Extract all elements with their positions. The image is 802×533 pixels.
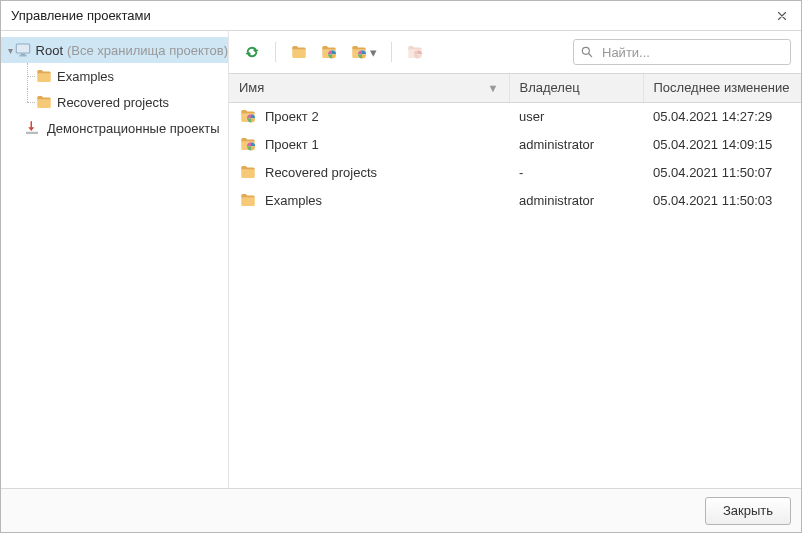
row-owner: administrator [509, 186, 643, 214]
tree-root-hint: (Все хранилища проектов) [67, 43, 228, 58]
toolbar: ▾ [229, 31, 801, 73]
project-icon [239, 107, 257, 125]
tree-child-examples[interactable]: Examples [1, 63, 228, 89]
sort-desc-icon: ▼ [488, 82, 499, 94]
new-folder-button[interactable] [286, 40, 312, 64]
project-faded-icon [406, 43, 424, 61]
folder-icon [35, 67, 53, 85]
tree-child-recovered[interactable]: Recovered projects [1, 89, 228, 115]
folder-icon [290, 43, 308, 61]
table-row[interactable]: Examplesadministrator05.04.2021 11:50:03 [229, 186, 801, 214]
row-modified: 05.04.2021 11:50:03 [643, 186, 801, 214]
folder-icon [35, 93, 53, 111]
folder-icon [239, 191, 257, 209]
project-icon [320, 43, 338, 61]
window-close-button[interactable] [773, 7, 791, 25]
chevron-down-icon: ▾ [370, 45, 377, 60]
row-owner: user [509, 102, 643, 130]
refresh-button[interactable] [239, 40, 265, 64]
close-button[interactable]: Закрыть [705, 497, 791, 525]
main-panel: ▾ [229, 31, 801, 488]
project-icon [350, 43, 368, 61]
table-row[interactable]: Recovered projects-05.04.2021 11:50:07 [229, 158, 801, 186]
row-modified: 05.04.2021 14:27:29 [643, 102, 801, 130]
row-owner: - [509, 158, 643, 186]
col-modified-header[interactable]: Последнее изменение [643, 74, 801, 102]
col-owner-label: Владелец [520, 80, 580, 95]
project-management-dialog: Управление проектами ▾ Root (Все хранили… [0, 0, 802, 533]
folder-icon [239, 163, 257, 181]
row-name: Проект 2 [265, 109, 319, 124]
col-name-header[interactable]: Имя ▼ [229, 74, 509, 102]
tree-root-node[interactable]: ▾ Root (Все хранилища проектов) [1, 37, 228, 63]
search-icon [580, 45, 594, 59]
row-modified: 05.04.2021 14:09:15 [643, 130, 801, 158]
row-name: Recovered projects [265, 165, 377, 180]
delete-project-button[interactable] [402, 40, 428, 64]
row-name: Проект 1 [265, 137, 319, 152]
project-table-wrap: Имя ▼ Владелец Последнее изменение [229, 73, 801, 488]
table-row[interactable]: Проект 1administrator05.04.2021 14:09:15 [229, 130, 801, 158]
refresh-icon [243, 43, 261, 61]
col-owner-header[interactable]: Владелец [509, 74, 643, 102]
titlebar: Управление проектами [1, 1, 801, 31]
download-icon [23, 119, 41, 137]
monitor-icon [14, 41, 32, 59]
import-project-button[interactable]: ▾ [346, 40, 381, 64]
row-name: Examples [265, 193, 322, 208]
row-owner: administrator [509, 130, 643, 158]
project-icon [239, 135, 257, 153]
tree-child-label: Recovered projects [57, 95, 169, 110]
project-tree: ▾ Root (Все хранилища проектов) Examples… [1, 31, 229, 488]
row-modified: 05.04.2021 11:50:07 [643, 158, 801, 186]
tree-demo-node[interactable]: Демонстрационные проекты [1, 115, 228, 141]
tree-demo-label: Демонстрационные проекты [47, 121, 220, 136]
window-title: Управление проектами [11, 8, 773, 23]
close-icon [776, 10, 788, 22]
table-row[interactable]: Проект 2user05.04.2021 14:27:29 [229, 102, 801, 130]
dialog-footer: Закрыть [1, 488, 801, 532]
tree-child-label: Examples [57, 69, 114, 84]
col-modified-label: Последнее изменение [654, 80, 790, 95]
project-table: Имя ▼ Владелец Последнее изменение [229, 74, 801, 214]
search-box[interactable] [573, 39, 791, 65]
tree-root-label: Root [36, 43, 63, 58]
new-project-button[interactable] [316, 40, 342, 64]
col-name-label: Имя [239, 80, 264, 95]
search-input[interactable] [600, 44, 784, 61]
